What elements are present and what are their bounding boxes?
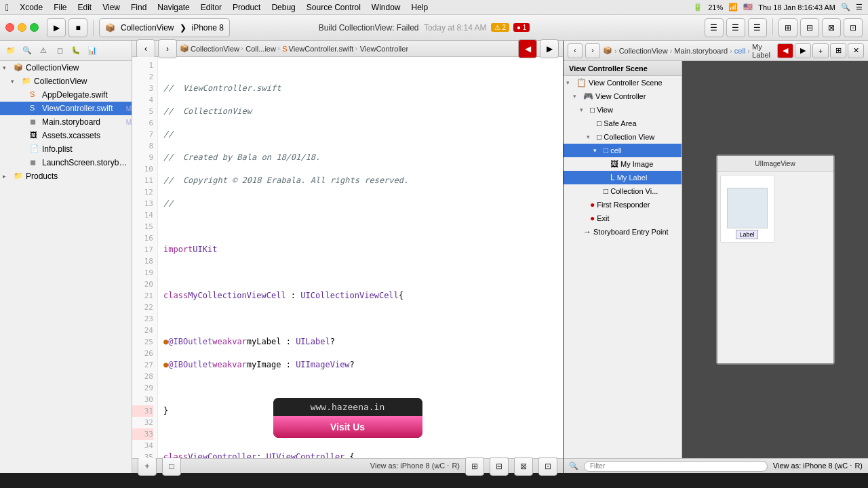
tree-item-root[interactable]: ▾ 📦 CollectionView [0, 61, 132, 75]
tree-item-viewcontroller[interactable]: S ViewController.swift M [0, 102, 132, 115]
sb-nav-prev[interactable]: ‹ [568, 43, 583, 58]
breadcrumb-file[interactable]: S ViewController.swift › [282, 45, 357, 53]
editor-layout-2[interactable]: ⊟ [800, 18, 819, 37]
scene-view-controller-scene[interactable]: ▾ 📋 View Controller Scene [564, 76, 682, 89]
spotlight-icon[interactable]: 🔍 [841, 3, 850, 12]
sb-breadcrumb-5[interactable]: My Label [752, 43, 774, 59]
scene-collection-view[interactable]: ▾ □ Collection View [564, 130, 682, 144]
toolbar-right: ☰ ☰ ☰ ⊞ ⊟ ⊠ ⊡ [705, 18, 863, 37]
scene-my-image[interactable]: 🖼 My Image [564, 157, 682, 171]
notification-icon[interactable]: ☰ [856, 3, 863, 12]
nav-report-icon[interactable]: 📊 [85, 44, 99, 58]
code-line [163, 313, 557, 325]
layout-toggle-2[interactable]: ⊟ [490, 457, 509, 476]
add-file-button[interactable]: + [138, 457, 157, 476]
close-button[interactable] [5, 23, 14, 32]
editor-layout-4[interactable]: ⊡ [844, 18, 863, 37]
tree-item-products[interactable]: ▸ 📁 Products [0, 169, 132, 183]
nav-warning-icon[interactable]: ⚠ [37, 44, 50, 58]
code-line [163, 221, 557, 232]
resize-icon[interactable]: ⊞ [830, 43, 846, 58]
tree-item-mainstoryboard[interactable]: ◼ Main.storyboard M [0, 115, 132, 129]
tree-item-assets[interactable]: 🖼 Assets.xcassets [0, 129, 132, 142]
filter-input[interactable] [584, 461, 768, 472]
add-constraint-icon[interactable]: + [812, 43, 829, 58]
menu-view[interactable]: View [102, 3, 120, 12]
scene-first-responder[interactable]: ● First Responder [564, 198, 682, 211]
error-nav-prev[interactable]: ◀ [518, 39, 537, 58]
sb-nav-next[interactable]: › [585, 43, 600, 58]
inspector-toggle[interactable]: ☰ [748, 18, 767, 37]
toolbar-sep-2 [772, 18, 773, 35]
menu-window[interactable]: Window [372, 3, 401, 12]
scene-exit[interactable]: ● Exit [564, 211, 682, 225]
menu-edit[interactable]: Edit [78, 3, 92, 12]
scheme-name: CollectionView [121, 23, 174, 33]
nav-folder-icon[interactable]: 📁 [4, 44, 18, 58]
battery-level: 21% [708, 3, 723, 12]
nav-prev-button[interactable]: ‹ [136, 39, 155, 58]
disclosure-icon: ▾ [566, 79, 574, 86]
menu-xcode[interactable]: Xcode [20, 3, 43, 12]
menu-file[interactable]: File [54, 3, 66, 12]
scene-collection-vi[interactable]: □ Collection Vi... [564, 184, 682, 198]
menu-product[interactable]: Product [233, 3, 260, 12]
scene-my-label[interactable]: L My Label [564, 171, 682, 184]
inspector-icon-1[interactable]: ◀ [777, 43, 793, 58]
scene-storyboard-entry[interactable]: → Storyboard Entry Point [564, 225, 682, 239]
menu-find[interactable]: Find [131, 3, 146, 12]
show-library-button[interactable]: □ [162, 457, 181, 476]
stop-button[interactable]: ■ [68, 18, 87, 37]
tree-item-appdelegate[interactable]: S AppDelegate.swift [0, 88, 132, 102]
layout-toggle-1[interactable]: ⊞ [465, 457, 484, 476]
swift-icon: S [30, 90, 39, 100]
menu-source-control[interactable]: Source Control [307, 3, 361, 12]
scene-safe-area[interactable]: □ Safe Area [564, 117, 682, 130]
layout-toggle-3[interactable]: ⊠ [514, 457, 533, 476]
storyboard-canvas[interactable]: UIImageView Label [682, 61, 868, 458]
scene-icon: 📋 [576, 78, 587, 87]
visit-us-button[interactable]: Visit Us [273, 416, 422, 438]
nav-test-icon[interactable]: ◻ [53, 44, 66, 58]
minimize-button[interactable] [18, 23, 26, 32]
editor-layout-1[interactable]: ⊞ [778, 18, 797, 37]
layout-toggle-4[interactable]: ⊡ [538, 457, 557, 476]
code-line: class ViewController: UIViewController { [163, 451, 557, 458]
menu-navigate[interactable]: Navigate [157, 3, 189, 12]
label-icon: L [610, 173, 615, 182]
nav-debug-icon[interactable]: 🐛 [69, 44, 83, 58]
build-time: Today at 8:14 AM [424, 23, 487, 33]
breadcrumb-collectionview[interactable]: 📦 CollectionView › [180, 44, 243, 53]
scene-view[interactable]: ▾ □ View [564, 103, 682, 117]
menu-debug[interactable]: Debug [271, 3, 295, 12]
menu-editor[interactable]: Editor [201, 3, 222, 12]
inspector-icon-2[interactable]: ▶ [795, 43, 811, 58]
scheme-selector[interactable]: 📦 CollectionView ❯ iPhone 8 [99, 18, 230, 37]
breadcrumb-folder[interactable]: Coll...iew › [245, 45, 279, 53]
error-nav-next[interactable]: ▶ [540, 39, 559, 58]
apple-menu[interactable]:  [5, 2, 9, 13]
editor-content[interactable]: 12345 678910 1112131415 1617181920 21222… [132, 57, 563, 458]
scene-label: View Controller Scene [589, 79, 663, 87]
menu-help[interactable]: Help [412, 3, 429, 12]
debug-toggle[interactable]: ☰ [726, 18, 745, 37]
tree-item-collectionview-folder[interactable]: ▾ 📁 CollectionView [0, 75, 132, 88]
sb-breadcrumb-2[interactable]: CollectionView [619, 47, 668, 55]
navigator-toggle[interactable]: ☰ [705, 18, 724, 37]
view-controller-icon: 🎮 [583, 92, 593, 101]
close-panel-icon[interactable]: ✕ [848, 43, 864, 58]
sb-breadcrumb-1[interactable]: 📦 [603, 46, 612, 55]
nav-search-icon[interactable]: 🔍 [20, 44, 34, 58]
scene-cell[interactable]: ▾ □ cell [564, 144, 682, 157]
run-button[interactable]: ▶ [47, 18, 66, 37]
scene-view-controller[interactable]: ▾ 🎮 View Controller [564, 89, 682, 103]
nav-next-button[interactable]: › [158, 39, 177, 58]
tree-item-launchscreen[interactable]: ◼ LaunchScreen.storyboard [0, 156, 132, 169]
editor-layout-3[interactable]: ⊠ [822, 18, 841, 37]
breadcrumb-class[interactable]: ViewController [360, 45, 408, 53]
fullscreen-button[interactable] [30, 23, 39, 32]
tree-item-infoplist[interactable]: 📄 Info.plist [0, 142, 132, 156]
sb-breadcrumb-3[interactable]: Main.storyboard [674, 47, 728, 55]
sb-breadcrumb-4[interactable]: cell [734, 47, 746, 55]
build-status: Build CollectionView: Failed Today at 8:… [319, 23, 530, 33]
